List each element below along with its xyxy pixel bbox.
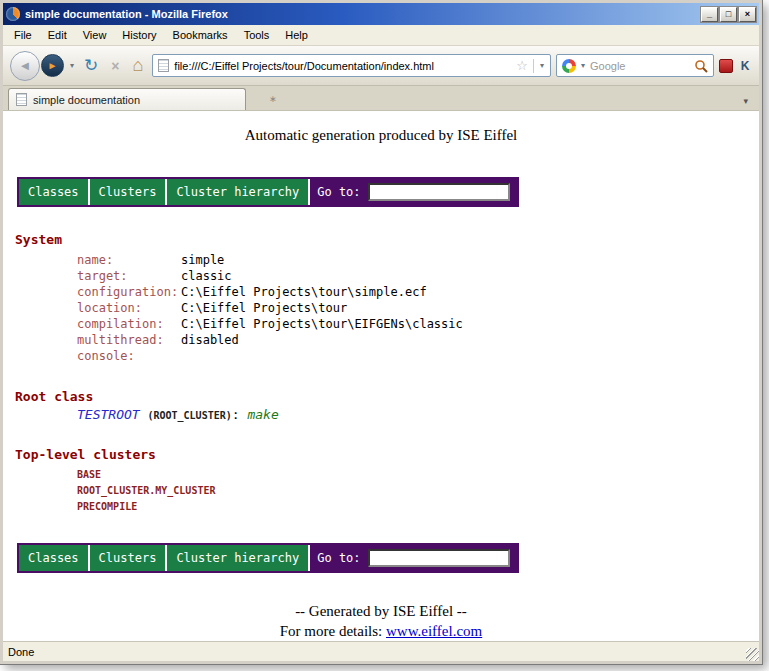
status-bar: Done — [3, 641, 759, 661]
address-bar[interactable]: file:///C:/Eiffel Projects/tour/Document… — [152, 54, 551, 77]
row-key: console: — [77, 348, 181, 364]
resize-grip[interactable] — [746, 648, 759, 661]
row-key: location: — [77, 300, 181, 316]
table-row: location:C:\Eiffel Projects\tour — [77, 300, 759, 316]
address-url[interactable]: file:///C:/Eiffel Projects/tour/Document… — [174, 60, 511, 72]
clusters-button[interactable]: Clusters — [90, 545, 166, 571]
table-row: target:classic — [77, 268, 759, 284]
search-magnifier-icon[interactable] — [694, 59, 708, 73]
menu-help[interactable]: Help — [277, 26, 316, 44]
goto-section: Go to: — [310, 179, 516, 205]
footer-generated: -- Generated by ISE Eiffel -- — [15, 603, 759, 620]
row-key: target: — [77, 268, 181, 284]
page-title: Automatic generation produced by ISE Eif… — [15, 127, 759, 144]
doc-navbar-bottom: Classes Clusters Cluster hierarchy Go to… — [17, 543, 519, 573]
page-content: Automatic generation produced by ISE Eif… — [3, 111, 759, 641]
menu-bar: File Edit View History Bookmarks Tools H… — [3, 25, 759, 46]
back-button[interactable]: ◄ — [10, 51, 40, 81]
menu-edit[interactable]: Edit — [40, 26, 75, 44]
status-text: Done — [8, 646, 34, 658]
bookmark-star-icon[interactable]: ☆ — [516, 58, 528, 73]
goto-section: Go to: — [310, 545, 516, 571]
cluster-hierarchy-button[interactable]: Cluster hierarchy — [167, 545, 308, 571]
new-tab-stub[interactable]: ∗ — [260, 90, 286, 108]
system-table: name:simple target:classic configuration… — [77, 252, 759, 364]
search-input[interactable]: Google — [590, 60, 690, 72]
footer-details: For more details: www.eiffel.com — [15, 623, 759, 640]
address-divider — [533, 59, 534, 73]
footer-details-prefix: For more details: — [280, 623, 382, 639]
title-bar: simple documentation - Mozilla Firefox _… — [3, 3, 759, 25]
refresh-button[interactable]: ↻ — [80, 55, 102, 76]
list-item-cluster[interactable]: PRECOMPILE — [77, 499, 759, 515]
table-row: configuration:C:\Eiffel Projects\tour\si… — [77, 284, 759, 300]
row-key: compilation: — [77, 316, 181, 332]
table-row: multithread:disabled — [77, 332, 759, 348]
close-button[interactable]: × — [739, 7, 756, 22]
addon-icon-red[interactable] — [719, 59, 733, 73]
list-item-cluster[interactable]: BASE — [77, 467, 759, 483]
goto-label: Go to: — [317, 185, 360, 199]
row-value: C:\Eiffel Projects\tour\simple.ecf — [181, 285, 427, 299]
tab-simple-documentation[interactable]: simple documentation — [8, 88, 246, 110]
list-item-cluster[interactable]: ROOT_CLUSTER.MY_CLUSTER — [77, 483, 759, 499]
clusters-button[interactable]: Clusters — [90, 179, 166, 205]
row-key: configuration: — [77, 284, 181, 300]
root-class-line: TESTROOT (ROOT_CLUSTER): make — [77, 407, 759, 422]
search-engine-dropdown-icon[interactable]: ▾ — [580, 61, 586, 70]
minimize-button[interactable]: _ — [701, 7, 718, 22]
table-row: console: — [77, 348, 759, 364]
row-value: C:\Eiffel Projects\tour\EIFGENs\classic — [181, 317, 463, 331]
browser-window: simple documentation - Mozilla Firefox _… — [0, 0, 762, 664]
root-feature-link[interactable]: make — [247, 407, 278, 422]
tab-page-icon — [16, 93, 27, 106]
history-dropdown-icon[interactable]: ▾ — [69, 61, 75, 70]
address-dropdown-icon[interactable]: ▾ — [539, 61, 545, 70]
goto-label: Go to: — [317, 551, 360, 565]
addon-icon-k[interactable]: K — [738, 59, 752, 73]
row-value: simple — [181, 253, 224, 267]
page-icon — [158, 59, 169, 72]
classes-button[interactable]: Classes — [19, 179, 88, 205]
tab-overflow-icon[interactable]: ▾ — [743, 96, 754, 110]
search-box[interactable]: ▾ Google — [556, 54, 714, 77]
top-level-clusters-heading: Top-level clusters — [15, 447, 759, 462]
menu-file[interactable]: File — [6, 26, 40, 44]
menu-tools[interactable]: Tools — [236, 26, 278, 44]
row-value: classic — [181, 269, 232, 283]
root-class-heading: Root class — [15, 389, 759, 404]
maximize-button[interactable]: □ — [720, 7, 737, 22]
forward-button[interactable]: ► — [41, 54, 64, 77]
table-row: name:simple — [77, 252, 759, 268]
root-cluster-tag: (ROOT_CLUSTER) — [147, 410, 231, 421]
root-colon: : — [232, 407, 240, 422]
navigation-toolbar: ◄ ► ▾ ↻ × ⌂ file:///C:/Eiffel Projects/t… — [3, 46, 759, 86]
window-title: simple documentation - Mozilla Firefox — [25, 8, 696, 20]
row-key: multithread: — [77, 332, 181, 348]
row-key: name: — [77, 252, 181, 268]
tab-title: simple documentation — [33, 94, 140, 106]
firefox-icon — [6, 7, 20, 21]
google-logo-icon[interactable] — [562, 59, 576, 73]
system-heading: System — [15, 232, 759, 247]
table-row: compilation:C:\Eiffel Projects\tour\EIFG… — [77, 316, 759, 332]
row-value: disabled — [181, 333, 239, 347]
home-button[interactable]: ⌂ — [128, 55, 147, 76]
menu-view[interactable]: View — [75, 26, 115, 44]
menu-history[interactable]: History — [114, 26, 164, 44]
eiffel-link[interactable]: www.eiffel.com — [386, 623, 482, 639]
doc-navbar-top: Classes Clusters Cluster hierarchy Go to… — [17, 177, 519, 207]
goto-input[interactable] — [368, 183, 510, 201]
classes-button[interactable]: Classes — [19, 545, 88, 571]
clusters-list: BASE ROOT_CLUSTER.MY_CLUSTER PRECOMPILE — [77, 467, 759, 515]
cluster-hierarchy-button[interactable]: Cluster hierarchy — [167, 179, 308, 205]
row-value: C:\Eiffel Projects\tour — [181, 301, 347, 315]
goto-input[interactable] — [368, 549, 510, 567]
root-class-link[interactable]: TESTROOT — [77, 407, 140, 422]
stop-button[interactable]: × — [107, 58, 123, 74]
tab-bar: simple documentation ∗ ▾ — [3, 86, 759, 111]
menu-bookmarks[interactable]: Bookmarks — [165, 26, 236, 44]
